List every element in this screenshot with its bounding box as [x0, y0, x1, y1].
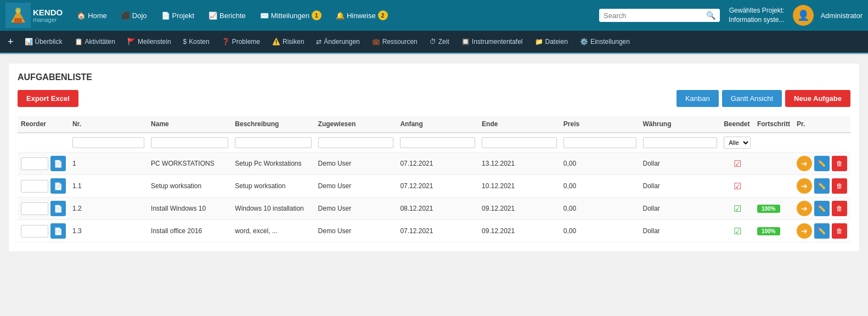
- nav-dojo[interactable]: ⬛ Dojo: [116, 8, 153, 23]
- beschreibung-cell-2: Setup worksation: [232, 175, 314, 198]
- add-button[interactable]: +: [3, 35, 18, 49]
- anfang-cell-1: 07.12.2021: [397, 153, 478, 175]
- table-row: 📄 1.3 Install office 2016 word, excel, .…: [18, 220, 850, 242]
- nav-projekt[interactable]: 📄 Projekt: [156, 8, 200, 23]
- ende-cell-2: 10.12.2021: [478, 175, 560, 198]
- delete-button-4[interactable]: 🗑: [832, 223, 847, 239]
- arrow-button-2[interactable]: ➔: [797, 178, 812, 194]
- task-table: Reorder Nr. Name Beschreibung Zugewiesen…: [18, 116, 850, 242]
- filter-ende-input[interactable]: [482, 137, 557, 148]
- logo-area[interactable]: KENDO manager: [5, 3, 63, 28]
- nav-ressourcen[interactable]: 💼 Ressourcen: [367, 36, 423, 48]
- filter-ende[interactable]: [478, 133, 560, 153]
- arrow-button-3[interactable]: ➔: [797, 201, 812, 216]
- search-button[interactable]: 🔍: [706, 11, 715, 20]
- name-cell-3: Install Windows 10: [148, 198, 232, 220]
- filter-name[interactable]: [148, 133, 232, 153]
- reorder-cell-4: 📄: [18, 220, 69, 242]
- search-input[interactable]: [604, 12, 703, 20]
- nav-home[interactable]: 🏠 Home: [71, 8, 112, 23]
- filter-zugewiesen-input[interactable]: [318, 137, 394, 148]
- filter-nr-input[interactable]: [72, 137, 144, 148]
- reorder-input-3[interactable]: [21, 202, 48, 215]
- nav-hinweise[interactable]: 🔔 Hinweise 2: [330, 7, 393, 24]
- reorder-cell-1: 📄: [18, 153, 69, 175]
- delete-button-1[interactable]: 🗑: [832, 156, 847, 171]
- filter-beschreibung[interactable]: [232, 133, 314, 153]
- doc-button-1[interactable]: 📄: [50, 156, 66, 171]
- zugewiesen-cell-2: Demo User: [315, 175, 397, 198]
- nav-anderungen[interactable]: ⇄ Änderungen: [311, 36, 365, 48]
- second-navigation: + 📊 Überblick 📋 Aktivitäten 🚩 Meilenstei…: [0, 31, 868, 53]
- delete-button-2[interactable]: 🗑: [832, 178, 847, 194]
- arrow-button-4[interactable]: ➔: [797, 223, 812, 239]
- nr-cell-3: 1.2: [69, 198, 148, 220]
- arrow-button-1[interactable]: ➔: [797, 156, 812, 171]
- edit-button-3[interactable]: ✏️: [814, 201, 830, 216]
- beendet-cell-2: ☑: [720, 175, 754, 198]
- export-excel-button[interactable]: Export Excel: [18, 90, 78, 107]
- new-task-button[interactable]: Neue Aufgabe: [785, 90, 850, 107]
- doc-button-2[interactable]: 📄: [50, 178, 66, 194]
- nr-cell-4: 1.3: [69, 220, 148, 242]
- filter-beendet-select[interactable]: Alle: [724, 137, 751, 149]
- nav-uberblick[interactable]: 📊 Überblick: [19, 36, 68, 48]
- name-cell-4: Install office 2016: [148, 220, 232, 242]
- nav-aktivitaten[interactable]: 📋 Aktivitäten: [69, 36, 121, 48]
- reorder-input-2[interactable]: [21, 180, 48, 193]
- nav-einstellungen[interactable]: ⚙️ Einstellungen: [574, 36, 635, 48]
- nav-meilenstein[interactable]: 🚩 Meilenstein: [122, 36, 177, 48]
- home-icon: 🏠: [77, 12, 86, 20]
- edit-button-1[interactable]: ✏️: [814, 156, 830, 171]
- col-fortschritt: Fortschritt: [754, 116, 793, 133]
- zugewiesen-cell-1: Demo User: [315, 153, 397, 175]
- reports-icon: 📈: [208, 12, 217, 20]
- edit-button-2[interactable]: ✏️: [814, 178, 830, 194]
- nav-kosten[interactable]: $ Kosten: [178, 36, 215, 48]
- anfang-cell-3: 08.12.2021: [397, 198, 478, 220]
- nav-mitteilungen[interactable]: ✉️ Mitteilungen 1: [255, 7, 327, 24]
- table-row: 📄 1.1 Setup worksation Setup worksation …: [18, 175, 850, 198]
- project-label-text: Gewähltes Projekt:: [729, 6, 784, 15]
- nav-berichte[interactable]: 📈 Berichte: [203, 8, 251, 23]
- hinweise-badge: 2: [378, 10, 388, 20]
- beendet-cell-4: ☑: [720, 220, 754, 242]
- filter-beendet[interactable]: Alle: [720, 133, 754, 153]
- messages-icon: ✉️: [260, 12, 269, 20]
- filter-waehrung-input[interactable]: [643, 137, 718, 148]
- edit-button-4[interactable]: ✏️: [814, 223, 830, 239]
- filter-anfang-input[interactable]: [400, 137, 475, 148]
- filter-zugewiesen[interactable]: [315, 133, 397, 153]
- reorder-input-1[interactable]: [21, 157, 48, 170]
- nav-zeit[interactable]: ⏱ Zeit: [424, 36, 455, 48]
- nav-dateien[interactable]: 📁 Dateien: [529, 36, 573, 48]
- project-info: Gewähltes Projekt: Information syste...: [729, 6, 784, 25]
- anfang-cell-2: 07.12.2021: [397, 175, 478, 198]
- filter-beschreibung-input[interactable]: [235, 137, 311, 148]
- beendet-check-3: ☑: [734, 204, 741, 213]
- nav-instrumententafel[interactable]: 🔲 Instrumententafel: [456, 36, 528, 48]
- delete-button-3[interactable]: 🗑: [832, 201, 847, 216]
- col-nr: Nr.: [69, 116, 148, 133]
- filter-nr[interactable]: [69, 133, 148, 153]
- filter-waehrung[interactable]: [640, 133, 721, 153]
- progress-bar-3: 100%: [757, 205, 780, 213]
- kanban-button[interactable]: Kanban: [677, 90, 719, 107]
- page-title: AUFGABENLISTE: [18, 72, 850, 82]
- doc-button-4[interactable]: 📄: [50, 223, 66, 239]
- beendet-check-4: ☑: [734, 227, 741, 236]
- filter-preis[interactable]: [560, 133, 640, 153]
- reorder-input-4[interactable]: [21, 225, 48, 238]
- beendet-cell-1: ☑: [720, 153, 754, 175]
- nav-probleme[interactable]: ❓ Probleme: [216, 36, 266, 48]
- files-icon: 📁: [535, 38, 543, 46]
- filter-anfang[interactable]: [397, 133, 478, 153]
- gantt-button[interactable]: Gantt Ansicht: [722, 90, 782, 107]
- avatar[interactable]: 👤: [793, 5, 814, 26]
- nav-risiken[interactable]: ⚠️ Risiken: [267, 36, 309, 48]
- filter-preis-input[interactable]: [563, 137, 636, 148]
- zugewiesen-cell-4: Demo User: [315, 220, 397, 242]
- doc-button-3[interactable]: 📄: [50, 201, 66, 216]
- filter-name-input[interactable]: [151, 137, 228, 148]
- col-beendet: Beendet: [720, 116, 754, 133]
